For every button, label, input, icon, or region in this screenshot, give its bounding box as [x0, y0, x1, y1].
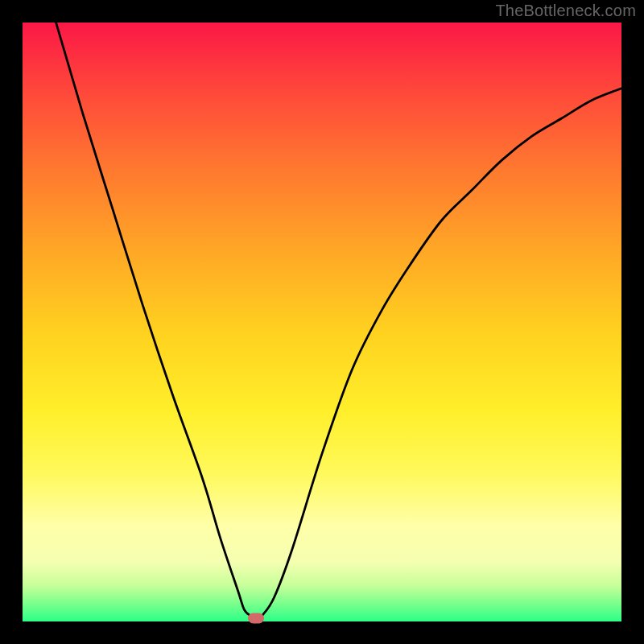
bottleneck-curve-path [23, 23, 621, 618]
chart-frame: TheBottleneck.com [0, 0, 644, 644]
watermark-text: TheBottleneck.com [495, 2, 636, 20]
curve-svg [23, 23, 621, 621]
optimal-point-marker [248, 613, 264, 624]
plot-area [23, 23, 621, 621]
